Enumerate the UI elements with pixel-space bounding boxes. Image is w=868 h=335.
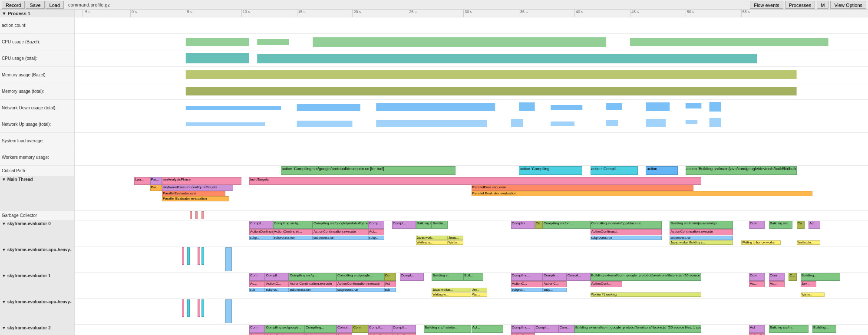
sfe0-compiling-srconi[interactable]: Compiling src/oni... [543, 221, 591, 229]
main-thread-par2[interactable]: Par... [150, 185, 162, 191]
sfe2-building-srcmain[interactable]: Building src/main/je... [424, 325, 472, 333]
sfe0-waiting-to-borrow[interactable]: Waiting to borrow worker [741, 240, 781, 245]
sfe0-compl3[interactable]: Compl... [392, 221, 416, 229]
sfe1-buil[interactable]: Buil... [463, 273, 483, 281]
sfe1-sub-r[interactable]: sub [384, 288, 396, 292]
sfe0-actioncont1[interactable]: ActionContinuati... [249, 229, 273, 235]
sfe0-javac-worker-building[interactable]: Javac worker Building s... [670, 240, 733, 245]
sfe0-compiling[interactable]: Compiling src/g... [273, 221, 313, 229]
sfe0-buildin[interactable]: Buildin... [432, 221, 448, 229]
sfe0-subp1[interactable]: subp... [249, 236, 273, 240]
main-thread-pe-evaluation[interactable]: Parallel Evaluator evaluation [162, 196, 229, 201]
save-button[interactable]: Save [26, 1, 44, 9]
sfe0-co2[interactable]: Co [797, 221, 805, 229]
critical-path-seg-3[interactable]: action 'Compil... [591, 166, 638, 175]
sfe0-act[interactable]: Act [809, 221, 820, 229]
sfe2-act-right[interactable]: Act [749, 325, 765, 333]
sfe0-waiting1[interactable]: Waiting to... [416, 240, 448, 245]
sfe0-act2[interactable]: Act... [368, 229, 384, 235]
main-thread-pe-eval[interactable]: ParallelEvaluator.eval [162, 191, 225, 196]
sfe1-worker1[interactable]: Worker #1 working [591, 292, 702, 297]
critical-path-seg-1[interactable]: action 'Compiling src/google/protobuf/de… [281, 166, 455, 175]
sfe1-actioncont-execute[interactable]: ActionContinuation.execute [289, 281, 337, 287]
sfe1-building-s[interactable]: Building s... [432, 273, 463, 281]
sfe1-building-external[interactable]: Building external/com_google_protobuf/ja… [591, 273, 702, 281]
sfe1-compil-r2[interactable]: Compil... [567, 273, 591, 281]
sfe1-subproc1[interactable]: subproc... [265, 288, 289, 292]
sfe0-comp2[interactable]: Comp... [368, 221, 384, 229]
sfe2-com-r[interactable]: Com [352, 325, 368, 333]
sfe2-building-r2[interactable]: Building... [812, 325, 836, 333]
sfe0-subprocess-right[interactable]: subprocess.run [591, 236, 662, 240]
sfe1-javacont-right[interactable]: Jav... [801, 281, 817, 287]
label-skyframe-cpu-heavy-1[interactable]: ▼ skyframe-evaluator-cpu-heavy- [0, 299, 74, 325]
label-skyframe-eval-2[interactable]: ▼ skyframe-evaluator 2 [0, 325, 74, 335]
gc-seg-3[interactable] [201, 211, 204, 219]
sfe0-compiling-srcmain[interactable]: Compiling src/main/cpp/blaze.cc [591, 221, 662, 229]
sfe0-javac2[interactable]: Javac... [448, 236, 464, 240]
sfe0-co[interactable]: Co [535, 221, 543, 229]
sfe1-waitin-right[interactable]: Waitin... [801, 292, 825, 297]
sfe1-sub1[interactable]: sub [249, 288, 265, 292]
sfe2-compil[interactable]: Compil... [368, 325, 392, 333]
sfe1-actionc1[interactable]: ActionC... [265, 281, 289, 287]
sfe0-waitin[interactable]: Waitin... [448, 240, 464, 245]
sfe1-com-right[interactable]: Com [749, 273, 765, 281]
sfe2-ac1[interactable]: Ac... [249, 333, 265, 335]
sfe2-building-external[interactable]: Building external/com_google_protobuf/ja… [574, 325, 701, 333]
critical-path-seg-2[interactable]: action 'Compiling... [519, 166, 582, 175]
sfe1-javac-worker[interactable]: Javac worker... [432, 288, 471, 292]
sfe1-compl2[interactable]: Compl... [400, 273, 424, 281]
sfe1-wai[interactable]: Wai... [472, 292, 488, 297]
sfe1-actioncont-right[interactable]: ActionCont... [591, 281, 622, 287]
sfe2-com1[interactable]: Com [249, 325, 265, 333]
m-button[interactable]: M [817, 1, 828, 9]
sfe1-actioncont2[interactable]: ActionContinuation.execute [337, 281, 384, 287]
sfe2-actioncont-right[interactable]: ActionCont... [749, 333, 765, 335]
sfe2-compl[interactable]: Compl... [337, 325, 353, 333]
cpu-heavy1-seg2[interactable] [187, 299, 189, 317]
sfe0-building-main[interactable]: Building src/main/java/com/go... [670, 221, 733, 229]
critical-path-seg-4[interactable]: action... [646, 166, 677, 175]
sfe1-compilin[interactable]: Complin... [543, 273, 567, 281]
cpu-heavy1-seg1[interactable] [182, 299, 184, 317]
sfe2-compiling-r[interactable]: Compiling... [511, 325, 535, 333]
sfe1-c-right[interactable]: C... [789, 273, 796, 281]
sfe2-actioncont-r5[interactable]: ActionCont... [511, 333, 535, 335]
flow-events-button[interactable]: Flow events [750, 1, 783, 9]
cpu-heavy0-seg1[interactable] [182, 247, 184, 265]
cpu-heavy0-long[interactable] [225, 247, 232, 271]
sfe2-actioncont1[interactable]: ActionCont... [265, 333, 304, 335]
sfe0-compiling2[interactable]: Compiling src/google/protobuf/general... [313, 221, 368, 229]
sfe2-compil2[interactable]: Compil... [392, 325, 416, 333]
sfe0-building[interactable]: Building sr... [416, 221, 432, 229]
sfe1-subp-r2[interactable]: subp... [543, 288, 567, 292]
sfe0-subprocess-run1[interactable]: subprocess.run [273, 236, 313, 240]
sfe1-com1[interactable]: Com [249, 273, 265, 281]
gc-seg-2[interactable] [195, 211, 198, 219]
sfe1-compiling-src[interactable]: Compiling src/g... [289, 273, 337, 281]
timeline-panel[interactable]: -5 s 0 s 5 s 10 s 15 s 20 s 25 s 30 s 35… [75, 10, 868, 335]
cpu-heavy1-seg4[interactable] [201, 299, 204, 317]
main-thread-pe-eval-right2[interactable]: Parallel Evaluator evaluation [472, 191, 813, 196]
sfe1-building-right[interactable]: Building... [801, 273, 840, 281]
sfe0-subp2[interactable]: subp... [368, 236, 384, 240]
cpu-heavy1-seg3[interactable] [198, 299, 200, 317]
cpu-heavy0-seg2[interactable] [187, 247, 189, 265]
sfe2-actioncont-r3[interactable]: ActionCont... [368, 333, 392, 335]
sfe0-action-continuation-execute-r[interactable]: ActionContinuation.execute [670, 229, 733, 235]
sfe1-jav[interactable]: Jav... [472, 288, 488, 292]
label-skyframe-eval-0[interactable]: ▼ skyframe-evaluator 0 [0, 220, 74, 246]
main-thread-lau[interactable]: Lau... [134, 177, 150, 185]
sfe2-compil-r2[interactable]: Compil... [535, 325, 559, 333]
view-options-button[interactable]: View Options [830, 1, 866, 9]
sfe1-actionC-r2[interactable]: ActionC... [543, 281, 567, 287]
sfe2-building-srcmain-r[interactable]: Building src/m... [769, 325, 809, 333]
sfe0-actioncont-right[interactable]: ActionContinuati... [591, 229, 662, 235]
sfe0-actioncont2[interactable]: ActionContinuati... [273, 229, 313, 235]
sfe0-actioncontinuation-execute[interactable]: ActionContinuation.execute [313, 229, 368, 235]
sfe1-co[interactable]: Co [384, 273, 396, 281]
cpu-heavy1-long[interactable] [225, 299, 232, 323]
gc-seg-1[interactable] [190, 211, 192, 219]
main-thread-buildtargets[interactable]: buildTargets [249, 177, 701, 185]
